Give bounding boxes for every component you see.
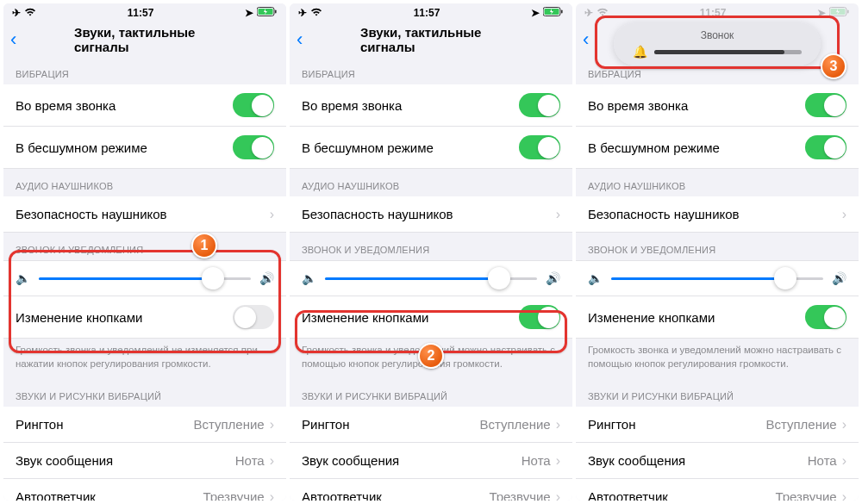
vibrate-on-silent-toggle[interactable] bbox=[233, 135, 274, 159]
section-header-vibration: ВИБРАЦИЯ bbox=[3, 57, 286, 84]
section-header-headphones: АУДИО НАУШНИКОВ bbox=[3, 169, 286, 196]
status-time: 11:57 bbox=[414, 7, 440, 19]
cell-label: Рингтон bbox=[302, 417, 349, 432]
svg-rect-2 bbox=[275, 10, 277, 14]
chevron-right-icon: › bbox=[842, 207, 846, 222]
chevron-right-icon: › bbox=[556, 417, 560, 432]
ringer-slider[interactable] bbox=[39, 277, 251, 280]
chevron-right-icon: › bbox=[842, 489, 846, 501]
cell-label: Во время звонка bbox=[16, 98, 116, 113]
cell-label: Автоответчик bbox=[302, 489, 382, 501]
cell-label: Во время звонка bbox=[302, 98, 402, 113]
change-with-buttons-toggle[interactable] bbox=[519, 305, 560, 329]
voicemail-row[interactable]: Автоответчик Трезвучие› bbox=[576, 479, 859, 501]
chevron-right-icon: › bbox=[270, 207, 274, 222]
svg-rect-5 bbox=[561, 10, 563, 14]
ringer-footer: Громкость звонка и уведомлений не изменя… bbox=[3, 339, 286, 379]
speaker-low-icon: 🔈 bbox=[302, 271, 316, 285]
back-button[interactable]: ‹ bbox=[297, 28, 303, 51]
ringtone-row[interactable]: Рингтон Вступление› bbox=[3, 407, 286, 443]
vibrate-on-silent-row[interactable]: В бесшумном режиме bbox=[290, 127, 572, 169]
section-header-sounds: ЗВУКИ И РИСУНКИ ВИБРАЦИЙ bbox=[290, 379, 572, 407]
chevron-right-icon: › bbox=[842, 417, 846, 432]
vibrate-on-ring-toggle[interactable] bbox=[233, 93, 274, 117]
cell-label: Изменение кнопками bbox=[588, 310, 715, 325]
back-button[interactable]: ‹ bbox=[583, 28, 589, 51]
vibrate-on-ring-toggle[interactable] bbox=[519, 93, 560, 117]
section-header-headphones: АУДИО НАУШНИКОВ bbox=[576, 169, 859, 196]
cell-value: Трезвучие bbox=[203, 489, 264, 501]
screen-1: ✈ 11:57 ➤ ‹ Звуки, тактильные сигналы ВИ… bbox=[3, 3, 286, 501]
airplane-icon: ✈ bbox=[298, 7, 307, 19]
text-tone-row[interactable]: Звук сообщения Нота› bbox=[290, 443, 572, 479]
cell-label: Рингтон bbox=[588, 417, 635, 432]
chevron-right-icon: › bbox=[270, 417, 274, 432]
svg-rect-8 bbox=[847, 10, 849, 14]
change-with-buttons-row[interactable]: Изменение кнопками bbox=[576, 296, 859, 339]
page-title: Звуки, тактильные сигналы bbox=[360, 25, 502, 54]
annotation-badge-2: 2 bbox=[418, 343, 444, 369]
cell-label: В бесшумном режиме bbox=[302, 140, 434, 155]
ringer-slider[interactable] bbox=[325, 277, 537, 280]
ringer-hud-bar bbox=[654, 50, 803, 54]
change-with-buttons-row[interactable]: Изменение кнопками bbox=[290, 296, 572, 339]
ringtone-row[interactable]: Рингтон Вступление› bbox=[290, 407, 572, 443]
battery-icon bbox=[829, 7, 850, 19]
location-icon: ➤ bbox=[245, 7, 253, 19]
ringer-slider[interactable] bbox=[611, 277, 823, 280]
airplane-icon: ✈ bbox=[12, 7, 21, 19]
change-with-buttons-toggle[interactable] bbox=[233, 305, 274, 329]
annotation-badge-3: 3 bbox=[821, 53, 846, 79]
vibrate-on-ring-row[interactable]: Во время звонка bbox=[576, 84, 859, 127]
cell-value: Вступление bbox=[479, 417, 550, 432]
vibrate-on-silent-toggle[interactable] bbox=[519, 135, 560, 159]
content: ВИБРАЦИЯ Во время звонка В бесшумном реж… bbox=[576, 57, 859, 501]
change-with-buttons-toggle[interactable] bbox=[805, 305, 846, 329]
cell-value: Вступление bbox=[765, 417, 836, 432]
section-header-sounds: ЗВУКИ И РИСУНКИ ВИБРАЦИЙ bbox=[576, 379, 859, 407]
voicemail-row[interactable]: Автоответчик Трезвучие› bbox=[3, 479, 286, 501]
section-header-headphones: АУДИО НАУШНИКОВ bbox=[290, 169, 572, 196]
cell-value: Нота bbox=[522, 453, 551, 468]
voicemail-row[interactable]: Автоответчик Трезвучие› bbox=[290, 479, 572, 501]
screen-3: ✈ 11:57 ➤ ‹ ВИБРАЦИЯ Во время звонка В б… bbox=[576, 3, 859, 501]
headphone-safety-row[interactable]: Безопасность наушников › bbox=[576, 196, 859, 233]
status-bar: ✈ 11:57 ➤ bbox=[3, 3, 286, 22]
cell-label: Звук сообщения bbox=[302, 453, 399, 468]
vibrate-on-ring-row[interactable]: Во время звонка bbox=[290, 84, 572, 127]
location-icon: ➤ bbox=[531, 7, 540, 19]
back-button[interactable]: ‹ bbox=[10, 28, 16, 51]
cell-label: Автоответчик bbox=[588, 489, 668, 501]
ringer-slider-row[interactable]: 🔈 🔊 bbox=[290, 260, 572, 296]
cell-label: Рингтон bbox=[16, 417, 63, 432]
headphone-safety-row[interactable]: Безопасность наушников › bbox=[3, 196, 286, 233]
headphone-safety-row[interactable]: Безопасность наушников › bbox=[290, 196, 572, 233]
text-tone-row[interactable]: Звук сообщения Нота› bbox=[3, 443, 286, 479]
nav-bar: ‹ Звуки, тактильные сигналы bbox=[290, 22, 572, 57]
text-tone-row[interactable]: Звук сообщения Нота› bbox=[576, 443, 859, 479]
cell-label: В бесшумном режиме bbox=[16, 140, 147, 155]
cell-value: Вступление bbox=[193, 417, 264, 432]
ringtone-row[interactable]: Рингтон Вступление› bbox=[576, 407, 859, 443]
speaker-high-icon: 🔊 bbox=[832, 271, 846, 285]
cell-value: Нота bbox=[235, 453, 265, 468]
airplane-icon: ✈ bbox=[584, 7, 593, 19]
vibrate-on-silent-row[interactable]: В бесшумном режиме bbox=[576, 127, 859, 169]
cell-value: Нота bbox=[808, 453, 837, 468]
section-header-ringer: ЗВОНОК И УВЕДОМЛЕНИЯ bbox=[290, 233, 572, 260]
ringer-hud-title: Звонок bbox=[701, 29, 734, 41]
vibrate-on-ring-toggle[interactable] bbox=[805, 93, 846, 117]
vibrate-on-silent-row[interactable]: В бесшумном режиме bbox=[3, 127, 286, 169]
vibrate-on-ring-row[interactable]: Во время звонка bbox=[3, 84, 286, 127]
ringer-slider-row[interactable]: 🔈 🔊 bbox=[576, 260, 859, 296]
vibrate-on-silent-toggle[interactable] bbox=[805, 135, 846, 159]
content: ВИБРАЦИЯ Во время звонка В бесшумном реж… bbox=[290, 57, 572, 501]
cell-value: Трезвучие bbox=[489, 489, 550, 501]
status-time: 11:57 bbox=[700, 7, 727, 19]
section-header-sounds: ЗВУКИ И РИСУНКИ ВИБРАЦИЙ bbox=[3, 379, 286, 407]
status-bar: ✈ 11:57 ➤ bbox=[576, 3, 859, 22]
status-time: 11:57 bbox=[128, 7, 154, 19]
change-with-buttons-row[interactable]: Изменение кнопками bbox=[3, 296, 286, 339]
ringer-slider-row[interactable]: 🔈 🔊 bbox=[3, 260, 286, 296]
cell-label: Изменение кнопками bbox=[302, 310, 428, 325]
